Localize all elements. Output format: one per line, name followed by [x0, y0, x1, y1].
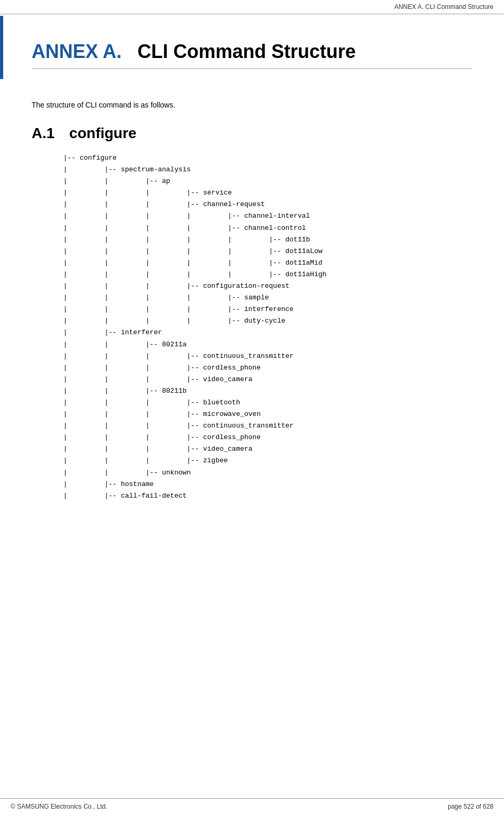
intro-text: The structure of CLI command is as follo…	[32, 101, 472, 109]
left-accent-bar	[0, 16, 3, 79]
section-number: A.1	[32, 125, 55, 141]
cli-tree: |-- configure | |-- spectrum-analysis | …	[63, 152, 472, 502]
title-main: CLI Command Structure	[138, 41, 356, 62]
top-bar: ANNEX A. CLI Command Structure	[0, 0, 504, 14]
footer-left: © SAMSUNG Electronics Co., Ltd.	[11, 803, 108, 810]
section-title: A.1 configure	[32, 125, 472, 142]
top-bar-text: ANNEX A. CLI Command Structure	[394, 3, 493, 11]
footer-right: page 522 of 628	[448, 803, 493, 810]
section-name: configure	[69, 125, 137, 141]
main-content: ANNEX A. CLI Command Structure The struc…	[0, 14, 504, 533]
page-title: ANNEX A. CLI Command Structure	[32, 41, 472, 63]
footer: © SAMSUNG Electronics Co., Ltd. page 522…	[0, 798, 504, 814]
page-header: ANNEX A. CLI Command Structure	[32, 41, 472, 69]
annex-label: ANNEX A.	[32, 41, 122, 62]
